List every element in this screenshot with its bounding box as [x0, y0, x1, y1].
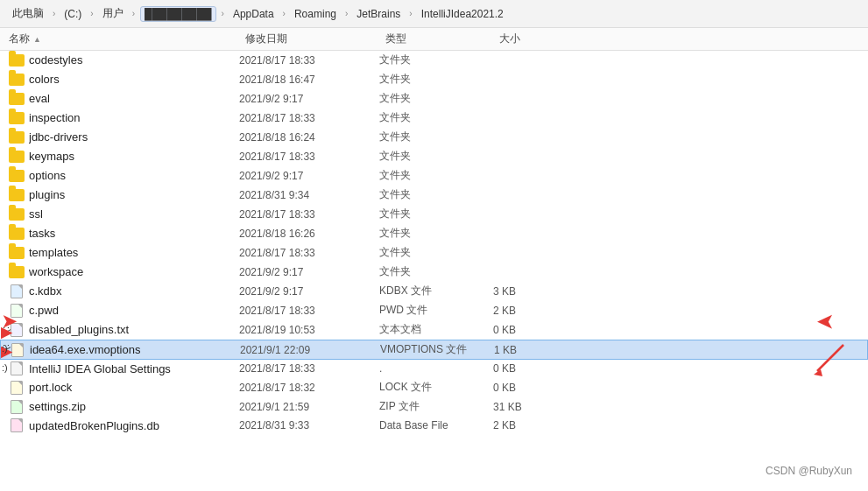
table-row[interactable]: c.pwd 2021/8/17 18:33 PWD 文件 2 KB [0, 301, 868, 320]
file-name: templates [29, 246, 239, 259]
col-header-size[interactable]: 大小 [499, 32, 561, 46]
address-segment-users[interactable]: 用户 [99, 5, 127, 22]
folder-icon [9, 169, 25, 183]
table-row[interactable]: jdbc-drivers 2021/8/18 16:24 文件夹 [0, 128, 868, 147]
file-type: PWD 文件 [379, 303, 493, 318]
table-row[interactable]: workspace 2021/9/2 9:17 文件夹 [0, 263, 868, 282]
file-name: colors [29, 73, 239, 86]
file-type: . [379, 362, 493, 375]
table-row[interactable]: colors 2021/8/18 16:47 文件夹 [0, 70, 868, 89]
file-type: ZIP 文件 [379, 399, 493, 414]
address-bar: 此电脑 › (C:) › 用户 › █████████ › AppData › … [0, 0, 868, 28]
file-type: KDBX 文件 [379, 284, 493, 298]
file-name: c.pwd [29, 304, 239, 317]
table-row[interactable]: plugins 2021/8/31 9:34 文件夹 [0, 186, 868, 205]
file-name: codestyles [29, 53, 239, 67]
file-type: 文件夹 [379, 72, 493, 87]
file-list: codestyles 2021/8/17 18:33 文件夹 colors 20… [0, 51, 868, 489]
watermark: CSDN @RubyXun [766, 465, 852, 477]
lock-icon [9, 381, 25, 395]
folder-icon [9, 207, 25, 221]
address-segment-computer[interactable]: 此电脑 [9, 5, 47, 22]
table-row[interactable]: eval 2021/9/2 9:17 文件夹 [0, 89, 868, 109]
vmoptions-icon [10, 343, 25, 357]
file-name: tasks [29, 227, 239, 240]
file-date: 2021/9/1 22:09 [240, 344, 380, 356]
folder-icon [9, 130, 25, 144]
address-segment-user[interactable]: █████████ [140, 6, 216, 22]
file-type: 文件夹 [379, 110, 493, 125]
file-name: idea64.exe.vmoptions [30, 343, 240, 356]
table-row[interactable]: disabled_plugins.txt 2021/8/19 10:53 文本文… [0, 320, 868, 340]
file-type: 文件夹 [379, 207, 493, 221]
file-size: 3 KB [493, 285, 554, 298]
settings-icon [9, 361, 25, 375]
file-date: 2021/9/2 9:17 [239, 266, 379, 278]
folder-icon [9, 265, 25, 279]
chevron-icon: › [283, 9, 286, 18]
pwd-icon [9, 304, 25, 318]
table-row[interactable]: port.lock 2021/8/17 18:32 LOCK 文件 0 KB [0, 378, 868, 397]
table-row[interactable]: inspection 2021/8/17 18:33 文件夹 [0, 109, 868, 128]
file-name: inspection [29, 111, 239, 124]
table-row[interactable]: templates 2021/8/17 18:33 文件夹 [0, 243, 868, 263]
table-row[interactable]: codestyles 2021/8/17 18:33 文件夹 [0, 51, 868, 70]
file-type: 文件夹 [379, 130, 493, 144]
chevron-icon: › [132, 9, 135, 18]
col-header-type[interactable]: 类型 [385, 32, 499, 46]
file-name: keymaps [29, 150, 239, 163]
file-size: 2 KB [493, 305, 554, 317]
chevron-icon: › [409, 9, 412, 18]
file-type: LOCK 文件 [379, 380, 493, 395]
col-header-date[interactable]: 修改日期 [245, 32, 385, 46]
file-date: 2021/9/2 9:17 [239, 93, 379, 105]
folder-icon [9, 53, 25, 67]
zip-icon [9, 400, 25, 414]
col-header-name[interactable]: 名称 ▲ [9, 32, 245, 46]
file-type: 文件夹 [379, 226, 493, 241]
file-name: c.kdbx [29, 284, 239, 298]
file-type: 文件夹 [379, 53, 493, 67]
table-row[interactable]: idea64.exe.vmoptions 2021/9/1 22:09 VMOP… [0, 340, 868, 360]
file-date: 2021/9/2 9:17 [239, 285, 379, 298]
table-row[interactable]: tasks 2021/8/18 16:26 文件夹 [0, 224, 868, 243]
file-type: 文件夹 [379, 168, 493, 183]
file-date: 2021/8/17 18:33 [239, 362, 379, 375]
column-headers: 名称 ▲ 修改日期 类型 大小 [0, 28, 868, 51]
file-date: 2021/8/17 18:33 [239, 247, 379, 259]
kdbx-icon [9, 284, 25, 298]
file-date: 2021/8/17 18:33 [239, 208, 379, 221]
file-size: 2 KB [493, 419, 554, 431]
address-segment-roaming[interactable]: Roaming [291, 7, 340, 21]
file-name: eval [29, 92, 239, 105]
file-date: 2021/8/19 10:53 [239, 324, 379, 336]
address-segment-idea[interactable]: IntelliJIdea2021.2 [418, 7, 507, 21]
table-row[interactable]: IntelliJ IDEA Global Settings 2021/8/17 … [0, 360, 868, 378]
db-icon [9, 418, 25, 432]
file-type: 文件夹 [379, 91, 493, 106]
folder-icon [9, 73, 25, 87]
folder-icon [9, 111, 25, 125]
file-type: 文件夹 [379, 187, 493, 202]
address-segment-drive[interactable]: (C:) [60, 7, 85, 21]
file-type: 文件夹 [379, 264, 493, 279]
file-size: 1 KB [494, 344, 555, 356]
table-row[interactable]: keymaps 2021/8/17 18:33 文件夹 [0, 147, 868, 166]
table-row[interactable]: options 2021/9/2 9:17 文件夹 [0, 166, 868, 186]
table-row[interactable]: ssl 2021/8/17 18:33 文件夹 [0, 205, 868, 224]
file-name: updatedBrokenPlugins.db [29, 419, 239, 432]
chevron-icon: › [53, 9, 55, 18]
chevron-icon: › [345, 9, 348, 18]
file-name: workspace [29, 265, 239, 278]
folder-icon [9, 246, 25, 260]
table-row[interactable]: settings.zip 2021/9/1 21:59 ZIP 文件 31 KB [0, 397, 868, 417]
file-date: 2021/8/31 9:34 [239, 189, 379, 201]
table-row[interactable]: c.kdbx 2021/9/2 9:17 KDBX 文件 3 KB [0, 282, 868, 301]
file-date: 2021/8/17 18:33 [239, 112, 379, 124]
address-segment-appdata[interactable]: AppData [229, 7, 278, 21]
file-name: port.lock [29, 381, 239, 394]
file-name: settings.zip [29, 400, 239, 413]
table-row[interactable]: updatedBrokenPlugins.db 2021/8/31 9:33 D… [0, 417, 868, 435]
file-size: 0 KB [493, 324, 554, 336]
address-segment-jetbrains[interactable]: JetBrains [353, 7, 404, 21]
